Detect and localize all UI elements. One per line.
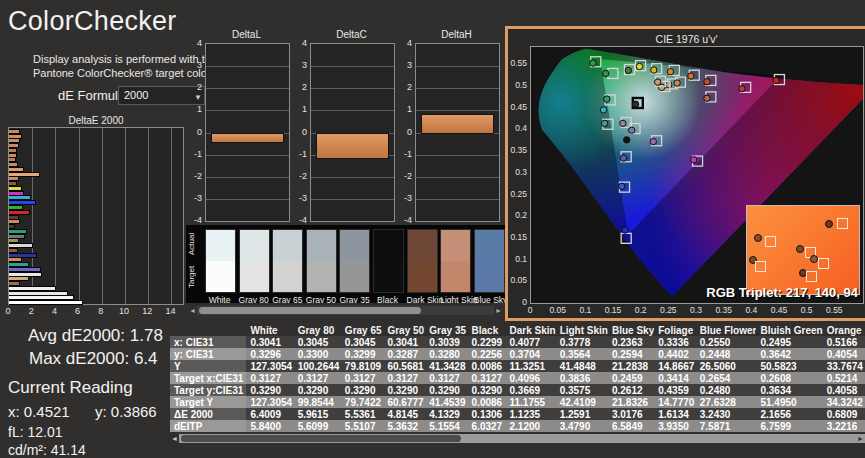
table-cell: 0.3039 (425, 336, 467, 348)
x-tick-label: 8 (98, 306, 103, 316)
table-cell: 0.3127 (294, 372, 341, 384)
table-cell: 0.3127 (425, 372, 467, 384)
table-cell: 0.2256 (468, 348, 506, 360)
table-cell: 0.2495 (756, 336, 822, 348)
table-row: Target x:CIE310.31270.31270.31270.31270.… (170, 372, 865, 384)
current-reading-label: Current Reading (8, 378, 133, 398)
column-header: Gray 80 (294, 324, 341, 336)
table-cell: 0.3041 (383, 336, 425, 348)
table-cell: 0.4077 (505, 336, 555, 348)
table-cell: 0.4402 (654, 348, 696, 360)
table-cell: 0.3290 (425, 384, 467, 396)
y-tick-label: -1 (401, 149, 412, 159)
table-cell: 0.2363 (608, 336, 654, 348)
swatch-target (408, 261, 437, 292)
table-cell: 1.6134 (654, 408, 696, 420)
gridline (206, 155, 289, 156)
y-tick-label: 4 (191, 38, 202, 48)
swatch-target (374, 261, 403, 292)
x-tick-label: 0.05 (549, 305, 566, 315)
swatch-name: Gray 50 (306, 295, 335, 303)
table-cell: 0.3290 (383, 384, 425, 396)
table-cell: 0.3127 (468, 372, 506, 384)
table-cell: 0.3669 (505, 384, 555, 396)
x-tick-label: 2 (29, 306, 34, 316)
y-tick-label: -3 (296, 193, 307, 203)
column-header: Gray 50 (383, 324, 425, 336)
swatch-box (272, 229, 303, 293)
table-cell: 0.3290 (341, 384, 384, 396)
gridline (206, 66, 289, 67)
x-tick-label: 0.15 (605, 305, 622, 315)
table-cell: 0.3045 (294, 336, 341, 348)
y-tick-label: 0 (401, 127, 412, 137)
scroll-left-icon[interactable]: ◄ (170, 434, 179, 443)
swatch-box (339, 229, 370, 293)
table-scrollbar[interactable]: ◄ ► (170, 434, 865, 443)
fl-readout: fL: 12.01 (8, 424, 63, 440)
table-cell: 5.6099 (294, 420, 341, 432)
de-formula-value: 2000 (124, 89, 148, 101)
swatch-gray-35: Gray 35 (339, 229, 368, 303)
y-tick-label: 1 (296, 104, 307, 114)
table-cell: 41.4848 (556, 360, 608, 372)
y-tick-label: -1 (296, 149, 307, 159)
gridline (206, 110, 289, 111)
current-y-readout: y: 0.3866 (95, 403, 157, 420)
row-label: x: CIE31 (170, 336, 246, 348)
gridline (311, 177, 394, 178)
table-cell: 5.8400 (246, 420, 293, 432)
table-cell: 5.5107 (341, 420, 384, 432)
de-bar (9, 300, 83, 305)
swatch-light-skin: Light Skin (440, 229, 469, 303)
swatch-target (206, 261, 235, 292)
scroll-right-icon[interactable]: ► (494, 306, 503, 315)
y-tick-label: 3 (191, 60, 202, 70)
gridline (416, 177, 499, 178)
y-tick-label: 0.35 (508, 145, 527, 155)
row-label: Target y:CIE31 (170, 384, 246, 396)
measured-point (690, 157, 696, 163)
table-cell: 99.8544 (294, 396, 341, 408)
column-header: Blue Flower (696, 324, 757, 336)
swatch-scroll-thumb[interactable] (199, 307, 421, 314)
table-row: x: CIE310.30410.30450.30450.30410.30390.… (170, 336, 865, 348)
table-cell: 0.3564 (556, 348, 608, 360)
current-x-readout: x: 0.4521 (8, 403, 70, 420)
measured-point (603, 70, 609, 76)
scroll-right-icon[interactable]: ► (856, 434, 865, 443)
gridline (206, 199, 289, 200)
table-cell: 60.5681 (383, 360, 425, 372)
y-tick-label: -1 (191, 149, 202, 159)
table-row: Y127.3054100.264479.810960.568141.34280.… (170, 360, 865, 372)
swatch-name: Gray 35 (339, 295, 368, 303)
inset-target-square (806, 271, 817, 282)
column-header: Orange (823, 324, 865, 336)
swatch-scrollbar[interactable]: ◄ ► (188, 306, 503, 315)
y-tick-label: -4 (296, 215, 307, 225)
table-cell: 14.8667 (654, 360, 696, 372)
swatch-actual (307, 230, 336, 261)
y-tick-label: 0.45 (508, 102, 527, 112)
table-cell: 0.2612 (608, 384, 654, 396)
measured-point (622, 227, 628, 233)
delta-chart-title: DeltaC (310, 29, 393, 40)
table-cell: 11.3251 (505, 360, 555, 372)
table-cell: 0.3336 (654, 336, 696, 348)
table-cell: 0.6809 (823, 408, 865, 420)
table-header-row: WhiteGray 80Gray 65Gray 50Gray 35BlackDa… (170, 324, 865, 336)
table-cell: 0.3778 (556, 336, 608, 348)
y-tick-label: 0 (296, 127, 307, 137)
table-cell: 0.2550 (696, 336, 757, 348)
y-tick-label: 1 (191, 104, 202, 114)
table-cell: 0.3290 (294, 384, 341, 396)
table-cell: 0.2654 (696, 372, 757, 384)
table-scroll-thumb[interactable] (181, 435, 461, 442)
table-cell: 0.3704 (505, 348, 555, 360)
y-tick-label: 0 (191, 127, 202, 137)
table-cell: 6.5849 (608, 420, 654, 432)
y-tick-label: 0.55 (508, 58, 527, 68)
table-cell: 0.0086 (468, 396, 506, 408)
delta-bar (211, 133, 284, 144)
scroll-left-icon[interactable]: ◄ (188, 306, 197, 315)
